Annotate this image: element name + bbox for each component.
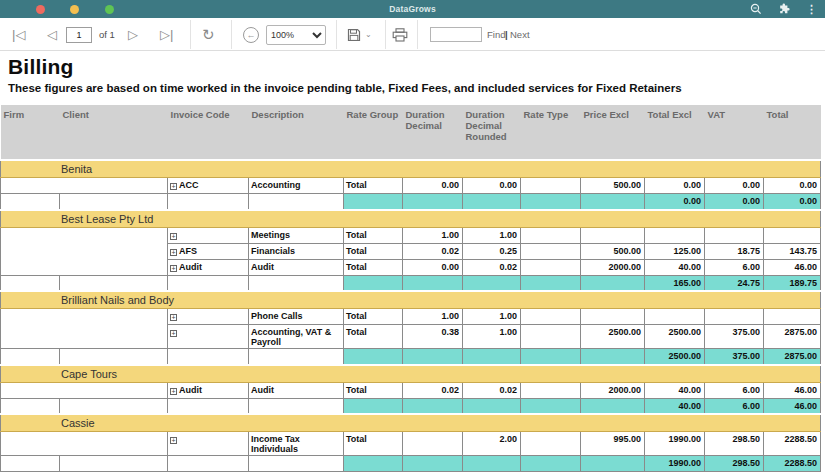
zoom-icon[interactable] — [750, 3, 762, 15]
cell-duration-decimal: 0.02 — [403, 243, 463, 259]
subtotal-description — [249, 349, 344, 365]
cell-code: + — [168, 227, 249, 243]
expand-plus-icon[interactable]: + — [170, 437, 177, 444]
subtotal-invoice-code — [168, 456, 249, 472]
expand-plus-icon[interactable]: + — [170, 183, 177, 190]
expand-plus-icon[interactable]: + — [170, 249, 177, 256]
cell-duration-rounded: 1.00 — [463, 309, 521, 325]
subtotal-duration-decimal — [403, 349, 463, 365]
column-header: Description — [249, 105, 344, 160]
cell-rate-group: Total — [344, 432, 403, 456]
cell-code: +AFS — [168, 243, 249, 259]
cell-rate-type — [521, 243, 581, 259]
expand-plus-icon[interactable]: + — [170, 388, 177, 395]
cell-rate-type — [521, 227, 581, 243]
subtotal-total-excl: 165.00 — [645, 275, 705, 291]
extensions-puzzle-icon[interactable] — [778, 3, 790, 15]
subtotal-rate-group — [344, 456, 403, 472]
page-count-label: of 1 — [99, 18, 115, 51]
subtotal-firm — [1, 194, 60, 210]
page-title: Billing — [8, 55, 825, 79]
subtotal-total-excl: 2500.00 — [645, 349, 705, 365]
cell-duration-decimal — [403, 432, 463, 456]
first-page-button[interactable]: |◁ — [12, 18, 25, 51]
export-save-button[interactable]: ⌄ — [347, 18, 372, 51]
refresh-button[interactable]: ↻ — [202, 18, 215, 51]
cell-duration-rounded: 2.00 — [463, 432, 521, 456]
cell-rate-group: Total — [344, 259, 403, 275]
next-page-button[interactable]: ▷ — [128, 18, 138, 51]
client-group-band: Benita — [1, 160, 821, 178]
client-group-band: Cassie — [1, 414, 821, 432]
back-to-parent-button[interactable]: ← — [243, 18, 259, 51]
client-name: Cassie — [1, 414, 821, 432]
find-next-button[interactable]: Next — [510, 18, 530, 51]
expand-plus-icon[interactable]: + — [170, 314, 177, 321]
cell-duration-decimal: 0.00 — [403, 178, 463, 194]
subtotal-row: 2500.00375.002875.00 — [1, 349, 821, 365]
cell-vat — [705, 309, 764, 325]
cell-rate-type — [521, 432, 581, 456]
subtotal-invoice-code — [168, 349, 249, 365]
expand-plus-icon[interactable]: + — [170, 233, 177, 240]
find-button[interactable]: Find — [487, 18, 505, 51]
menu-kebab-icon[interactable]: ⋮ — [806, 0, 817, 18]
expand-plus-icon[interactable]: + — [170, 330, 177, 337]
find-text-input[interactable] — [430, 27, 482, 42]
cell-price-excl: 2000.00 — [581, 259, 645, 275]
cell-duration-decimal: 0.00 — [403, 259, 463, 275]
cell-code: + — [168, 432, 249, 456]
subtotal-description — [249, 398, 344, 414]
subtotal-duration-decimal — [403, 456, 463, 472]
cell-price-excl: 2500.00 — [581, 325, 645, 349]
table-row: +AuditAuditTotal0.020.022000.0040.006.00… — [1, 382, 821, 398]
cell-duration-decimal: 1.00 — [403, 309, 463, 325]
last-page-button[interactable]: ▷| — [160, 18, 173, 51]
subtotal-firm — [1, 349, 60, 365]
subtotal-vat: 298.50 — [705, 456, 764, 472]
zoom-select[interactable]: 100% — [266, 25, 326, 45]
cell-total-excl: 125.00 — [645, 243, 705, 259]
column-header: VAT — [705, 105, 764, 160]
client-name: Best Lease Pty Ltd — [1, 210, 821, 228]
table-header-row: FirmClientInvoice CodeDescriptionRate Gr… — [1, 105, 821, 160]
subtotal-firm — [1, 456, 60, 472]
client-name: Brilliant Nails and Body — [1, 291, 821, 309]
cell-code: + — [168, 309, 249, 325]
cell-duration-decimal: 0.38 — [403, 325, 463, 349]
subtotal-rate-type — [521, 194, 581, 210]
subtotal-duration-decimal — [403, 275, 463, 291]
cell-total-excl — [645, 309, 705, 325]
subtotal-rate-group — [344, 398, 403, 414]
firm-client-cell — [1, 432, 168, 456]
column-header: Rate Type — [521, 105, 581, 160]
table-body: Benita+ACCAccountingTotal0.000.00500.000… — [1, 160, 821, 472]
table-row: +Phone CallsTotal1.001.00 — [1, 309, 821, 325]
column-header: Invoice Code — [168, 105, 249, 160]
subtotal-firm — [1, 275, 60, 291]
cell-vat: 375.00 — [705, 325, 764, 349]
billing-table: FirmClientInvoice CodeDescriptionRate Gr… — [0, 105, 821, 472]
cell-vat: 6.00 — [705, 382, 764, 398]
print-button[interactable] — [392, 18, 408, 51]
export-dropdown-caret[interactable]: ⌄ — [365, 30, 372, 39]
cell-rate-type — [521, 325, 581, 349]
previous-page-button[interactable]: ◁ — [47, 18, 57, 51]
window-title: DataGrows — [0, 4, 825, 14]
cell-duration-decimal: 0.02 — [403, 382, 463, 398]
expand-plus-icon[interactable]: + — [170, 265, 177, 272]
cell-description: Income Tax Individuals — [249, 432, 344, 456]
page-number-input[interactable] — [66, 27, 92, 43]
cell-price-excl: 500.00 — [581, 178, 645, 194]
cell-total: 46.00 — [764, 259, 821, 275]
subtotal-invoice-code — [168, 275, 249, 291]
subtotal-client — [60, 398, 168, 414]
column-header: Firm — [1, 105, 60, 160]
subtotal-rate-type — [521, 275, 581, 291]
subtotal-price-excl — [581, 398, 645, 414]
cell-duration-rounded: 1.00 — [463, 325, 521, 349]
subtotal-rate-group — [344, 194, 403, 210]
cell-duration-decimal: 1.00 — [403, 227, 463, 243]
subtotal-total-excl: 0.00 — [645, 194, 705, 210]
subtotal-description — [249, 194, 344, 210]
